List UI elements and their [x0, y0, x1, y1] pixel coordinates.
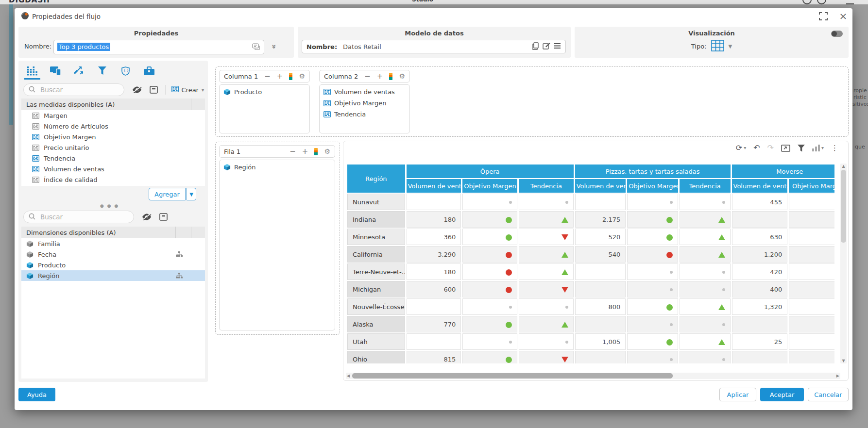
- palette-icon[interactable]: [389, 73, 392, 80]
- gear-icon[interactable]: ⚙: [399, 72, 405, 80]
- preview-card: ⟳▾ ↶ ↷ ▾ ⋮ RegiónÓperaPizzas, tartas y t…: [343, 141, 849, 381]
- add-icon[interactable]: +: [377, 72, 383, 81]
- measure-item[interactable]: Precio unitario: [21, 142, 205, 153]
- gear-icon[interactable]: ⚙: [324, 148, 330, 155]
- measures-list-header: Las medidas disponibles (A): [21, 99, 205, 110]
- bell-icon: [817, 0, 826, 4]
- palette-icon[interactable]: [314, 148, 318, 155]
- columns-drop-area[interactable]: Columna 1 − + ⚙ Producto Columna 2 − + ⚙…: [215, 66, 849, 137]
- indicator-cell: [462, 298, 517, 315]
- chart-icon[interactable]: ▾: [812, 145, 824, 151]
- column-header[interactable]: Volumen de ventas: [407, 179, 461, 193]
- scroll-up-arrow[interactable]: ▲: [840, 164, 847, 168]
- vertical-scrollbar[interactable]: ▲ ▼: [840, 164, 847, 363]
- palette-icon[interactable]: [289, 73, 292, 80]
- value-cell: 25: [732, 333, 788, 350]
- refresh-icon[interactable]: ⟳▾: [736, 144, 746, 152]
- axis-item[interactable]: Volumen de ventas: [320, 86, 409, 98]
- accept-button[interactable]: Aceptar: [760, 388, 804, 401]
- translate-icon[interactable]: [252, 43, 260, 52]
- column-header[interactable]: Tendencia: [680, 179, 731, 193]
- dot-indicator: [670, 358, 673, 361]
- axis-item[interactable]: Objetivo Margen: [320, 98, 409, 109]
- flow-name-input[interactable]: Top 3 productos: [53, 40, 264, 54]
- column-header[interactable]: Objetivo Margen: [462, 179, 517, 193]
- measure-item[interactable]: Objetivo Margen: [21, 132, 205, 142]
- table-type-icon[interactable]: [711, 40, 724, 53]
- datamodel-name-box[interactable]: Nombre: Datos Retail: [302, 40, 566, 53]
- rows-drop-area[interactable]: Fila 1 − + ⚙ Región: [215, 142, 340, 335]
- copy-icon[interactable]: [532, 42, 539, 51]
- close-button[interactable]: ×: [836, 9, 850, 23]
- dimension-item[interactable]: Producto: [21, 260, 205, 270]
- remove-icon[interactable]: −: [364, 72, 371, 81]
- card-view-icon[interactable]: [159, 213, 168, 221]
- axis-item[interactable]: Región: [220, 162, 335, 173]
- splitter-handle[interactable]: ● ● ●: [100, 203, 119, 208]
- region-column-header[interactable]: Región: [347, 165, 405, 193]
- table-row: Utah1,00525: [347, 333, 834, 350]
- dimension-item[interactable]: Familia: [21, 238, 205, 249]
- dimension-item[interactable]: Fecha: [21, 249, 205, 260]
- measure-item[interactable]: Volumen de ventas: [21, 164, 205, 174]
- tab-toolbox-icon[interactable]: [141, 65, 157, 77]
- visualization-toggle[interactable]: [831, 31, 843, 37]
- remove-icon[interactable]: −: [289, 147, 296, 156]
- export-view-icon[interactable]: [781, 145, 790, 152]
- column-header[interactable]: Volumen de ventas: [732, 179, 788, 193]
- cancel-button[interactable]: Cancelar: [808, 388, 849, 401]
- column-header[interactable]: Tendencia: [519, 179, 574, 193]
- card-view-icon[interactable]: [150, 86, 158, 94]
- tab-measures-grid-icon[interactable]: [24, 65, 40, 77]
- help-button[interactable]: Ayuda: [18, 388, 55, 401]
- measure-item[interactable]: Margen: [21, 110, 205, 121]
- hide-icon[interactable]: [132, 86, 142, 93]
- tab-interactions-icon[interactable]: [71, 65, 87, 77]
- more-options-icon[interactable]: ⋮: [831, 145, 838, 152]
- datamodel-menu-icon[interactable]: [554, 43, 561, 50]
- undo-icon[interactable]: ↶: [753, 144, 760, 152]
- remove-icon[interactable]: −: [264, 72, 271, 81]
- dimensions-search-input[interactable]: [23, 211, 134, 223]
- group-header[interactable]: Moverse: [732, 165, 834, 178]
- tab-filter-icon[interactable]: [94, 65, 110, 77]
- tab-css-shield-icon[interactable]: { }: [118, 65, 134, 77]
- measure-item[interactable]: Tendencia: [21, 153, 205, 164]
- fullscreen-button[interactable]: [819, 12, 829, 21]
- measure-item[interactable]: Índice de calidad: [21, 174, 205, 185]
- redo-icon[interactable]: ↷: [767, 144, 774, 152]
- dimensions-search-field[interactable]: [39, 213, 119, 221]
- horizontal-scrollbar[interactable]: ◀ ▶: [346, 373, 840, 379]
- axis-item[interactable]: Producto: [220, 86, 309, 98]
- add-dropdown-caret[interactable]: ▼: [187, 188, 196, 200]
- type-dropdown-caret[interactable]: ▼: [729, 44, 732, 49]
- hide-icon[interactable]: [142, 214, 152, 220]
- add-icon[interactable]: +: [277, 72, 283, 81]
- vertical-scroll-thumb[interactable]: [841, 170, 846, 243]
- tab-devices-icon[interactable]: [48, 65, 64, 77]
- add-icon[interactable]: +: [302, 147, 308, 156]
- measures-search-field[interactable]: [39, 85, 119, 94]
- scroll-left-arrow[interactable]: ◀: [347, 373, 350, 379]
- scroll-right-arrow[interactable]: ▶: [836, 373, 839, 379]
- measures-search-input[interactable]: [23, 83, 124, 96]
- search-icon: [29, 86, 35, 94]
- column-header[interactable]: Objetivo Margen: [627, 179, 678, 193]
- dimension-item[interactable]: Región: [21, 270, 205, 281]
- axis-item[interactable]: Tendencia: [320, 109, 409, 120]
- horizontal-scroll-thumb[interactable]: [352, 373, 673, 379]
- group-header[interactable]: Ópera: [407, 165, 574, 178]
- indicator-cell: [627, 246, 678, 263]
- filter-icon[interactable]: [798, 145, 805, 152]
- apply-button[interactable]: Aplicar: [719, 388, 756, 401]
- measure-item[interactable]: Número de Artículos: [21, 121, 205, 132]
- column-header[interactable]: Volumen de ventas: [575, 179, 626, 193]
- expand-more-button[interactable]: »: [270, 44, 278, 49]
- add-button[interactable]: Agregar: [149, 188, 186, 200]
- gear-icon[interactable]: ⚙: [299, 72, 305, 80]
- edit-icon[interactable]: [543, 42, 550, 51]
- column-header[interactable]: Objetivo Margen: [789, 179, 834, 193]
- create-measure-button[interactable]: Crear ▾: [171, 86, 204, 94]
- scroll-down-arrow[interactable]: ▼: [840, 359, 847, 363]
- group-header[interactable]: Pizzas, tartas y tartas saladas: [575, 165, 731, 178]
